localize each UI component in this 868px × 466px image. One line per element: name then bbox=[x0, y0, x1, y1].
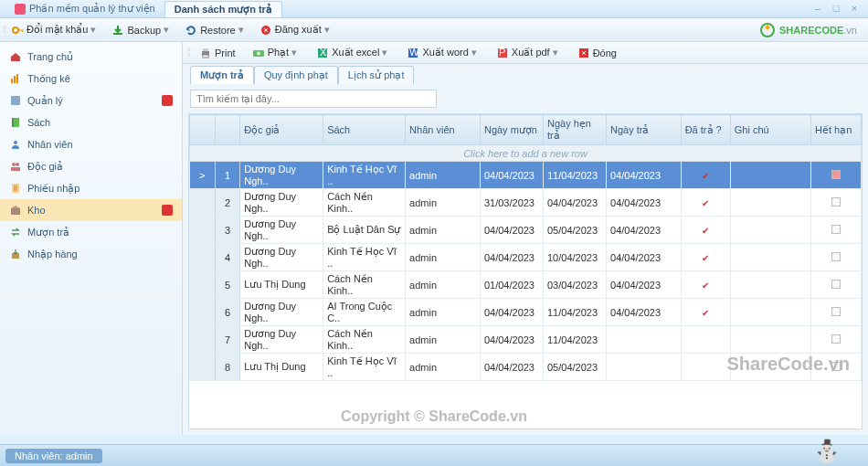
import-icon bbox=[9, 248, 22, 260]
active-tab[interactable]: Danh sách mượn trả bbox=[164, 1, 282, 17]
slip-icon bbox=[9, 182, 22, 195]
svg-rect-2 bbox=[113, 33, 122, 35]
svg-point-12 bbox=[12, 163, 16, 166]
sidebar-item-label: Thống kê bbox=[27, 73, 70, 85]
app-tab[interactable]: Phần mềm quản lý thư viện bbox=[5, 1, 164, 16]
sidebar-item-slip[interactable]: Phiếu nhập bbox=[0, 177, 182, 199]
word-icon: W bbox=[407, 47, 419, 59]
backup-button[interactable]: Backup▾ bbox=[106, 22, 177, 38]
checkbox-icon[interactable] bbox=[831, 307, 841, 316]
svg-rect-5 bbox=[11, 79, 13, 83]
users-icon bbox=[9, 160, 22, 173]
sidebar-item-label: Sách bbox=[27, 117, 50, 128]
main-toolbar: ⦙ Đổi mật khẩu▾ Backup▾ Restore▾ Đăng xu… bbox=[0, 18, 868, 42]
close-icon bbox=[577, 47, 590, 59]
home-icon bbox=[9, 50, 22, 63]
svg-point-22 bbox=[257, 51, 260, 55]
svg-rect-16 bbox=[11, 208, 20, 215]
money-icon bbox=[252, 47, 265, 59]
sidebar-item-book[interactable]: Sách bbox=[0, 111, 182, 133]
close-panel-button[interactable]: Đóng bbox=[572, 45, 622, 61]
brand-logo: SHARECODE.vn bbox=[759, 22, 857, 38]
watermark: ShareCode.vn bbox=[727, 354, 850, 375]
svg-point-11 bbox=[14, 141, 17, 144]
table-row[interactable]: 3Dương Duy Ngh..Bộ Luật Dân Sựadmin04/04… bbox=[190, 217, 862, 244]
svg-rect-14 bbox=[11, 167, 20, 171]
checkbox-icon[interactable] bbox=[831, 170, 841, 179]
table-row[interactable]: 4Dương Duy Ngh..Kinh Tế Học Vĩ ..admin04… bbox=[190, 244, 862, 271]
check-icon bbox=[700, 307, 711, 318]
sidebar: Trang chủThống kêQuản lýSáchNhân viênĐộc… bbox=[0, 42, 183, 435]
checkbox-icon[interactable] bbox=[831, 225, 841, 234]
store-icon bbox=[9, 204, 22, 217]
tab-fine-rules[interactable]: Quy định phạt bbox=[254, 66, 338, 84]
print-button[interactable]: Print bbox=[194, 45, 241, 61]
new-row[interactable]: Click here to add a new row bbox=[190, 145, 862, 162]
tab-fine-history[interactable]: Lịch sử phạt bbox=[338, 66, 415, 84]
book-icon bbox=[9, 116, 22, 129]
backup-icon bbox=[111, 24, 124, 37]
status-user: Nhân viên: admin bbox=[5, 449, 102, 463]
export-word-button[interactable]: W Xuất word▾ bbox=[401, 45, 484, 61]
logout-icon bbox=[259, 24, 272, 37]
titlebar: Phần mềm quản lý thư viện Danh sách mượn… bbox=[0, 0, 868, 18]
svg-rect-6 bbox=[14, 76, 16, 83]
snowman-icon: ⛄ bbox=[813, 439, 841, 464]
excel-icon: X bbox=[316, 47, 329, 59]
check-icon bbox=[700, 197, 711, 208]
sidebar-item-home[interactable]: Trang chủ bbox=[0, 46, 182, 68]
active-tab-label: Danh sách mượn trả bbox=[175, 4, 272, 16]
table-row[interactable]: 2Dương Duy Ngh..Cách Nền Kinh..admin31/0… bbox=[190, 189, 862, 217]
table-row[interactable]: 7Dương Duy Ngh..Cách Nền Kinh..admin04/0… bbox=[190, 326, 862, 354]
badge-icon bbox=[162, 205, 173, 216]
close-button[interactable]: × bbox=[846, 3, 863, 16]
export-pdf-button[interactable]: P Xuất pdf▾ bbox=[491, 45, 566, 61]
swap-icon bbox=[9, 226, 22, 238]
sidebar-item-import[interactable]: Nhập hàng bbox=[0, 243, 182, 265]
dropdown-icon: ▾ bbox=[90, 24, 99, 36]
maximize-button[interactable]: □ bbox=[828, 3, 844, 16]
statusbar: Nhân viên: admin ⛄ bbox=[0, 444, 868, 466]
table-row[interactable]: 6Dương Duy Ngh..AI Trong Cuộc C..admin04… bbox=[190, 299, 862, 326]
badge-icon bbox=[162, 95, 173, 106]
export-excel-button[interactable]: X Xuất excel▾ bbox=[311, 45, 396, 61]
logout-button[interactable]: Đăng xuất▾ bbox=[254, 22, 338, 38]
user-icon bbox=[9, 138, 22, 151]
sidebar-item-label: Nhập hàng bbox=[27, 249, 78, 260]
sidebar-item-swap[interactable]: Mượn trả bbox=[0, 221, 182, 243]
sidebar-item-manage[interactable]: Quản lý bbox=[0, 90, 182, 111]
svg-text:P: P bbox=[499, 47, 505, 58]
sidebar-item-stats[interactable]: Thống kê bbox=[0, 68, 182, 90]
table-row[interactable]: >1Dương Duy Ngh..Kinh Tế Học Vĩ ..admin0… bbox=[190, 162, 862, 189]
sidebar-item-users[interactable]: Độc giả bbox=[0, 155, 182, 177]
svg-rect-7 bbox=[16, 74, 18, 83]
data-grid[interactable]: Độc giảSáchNhân viênNgày mượnNgày hẹn tr… bbox=[188, 113, 863, 429]
check-icon bbox=[700, 280, 711, 291]
app-icon bbox=[15, 4, 26, 15]
grid-toolbar: ⦙ Print Phạt▾ X Xuất excel▾ W Xuất word▾… bbox=[183, 42, 868, 64]
svg-text:X: X bbox=[320, 47, 327, 58]
checkbox-icon[interactable] bbox=[831, 334, 841, 344]
fine-button[interactable]: Phạt▾ bbox=[247, 45, 306, 61]
copyright-watermark: Copyright © ShareCode.vn bbox=[0, 408, 868, 425]
checkbox-icon[interactable] bbox=[831, 197, 841, 207]
search-input[interactable] bbox=[190, 90, 437, 108]
sidebar-item-label: Quản lý bbox=[27, 95, 63, 107]
sidebar-item-user[interactable]: Nhân viên bbox=[0, 133, 182, 155]
checkbox-icon[interactable] bbox=[831, 252, 841, 261]
tab-borrow-return[interactable]: Mượn trả bbox=[190, 66, 254, 84]
change-password-button[interactable]: Đổi mật khẩu▾ bbox=[5, 22, 104, 38]
sidebar-item-store[interactable]: Kho bbox=[0, 199, 182, 221]
manage-icon bbox=[9, 94, 22, 107]
table-row[interactable]: 5Lưu Thị DungCách Nền Kinh..admin01/04/2… bbox=[190, 271, 862, 299]
sidebar-item-label: Mượn trả bbox=[27, 227, 69, 238]
stats-icon bbox=[9, 72, 22, 85]
sidebar-item-label: Độc giả bbox=[27, 161, 63, 173]
svg-rect-19 bbox=[203, 48, 208, 51]
minimize-button[interactable]: – bbox=[810, 3, 826, 16]
svg-point-13 bbox=[16, 163, 19, 166]
check-icon bbox=[700, 170, 711, 181]
svg-rect-10 bbox=[12, 118, 14, 127]
restore-button[interactable]: Restore▾ bbox=[179, 22, 252, 38]
checkbox-icon[interactable] bbox=[831, 280, 841, 289]
